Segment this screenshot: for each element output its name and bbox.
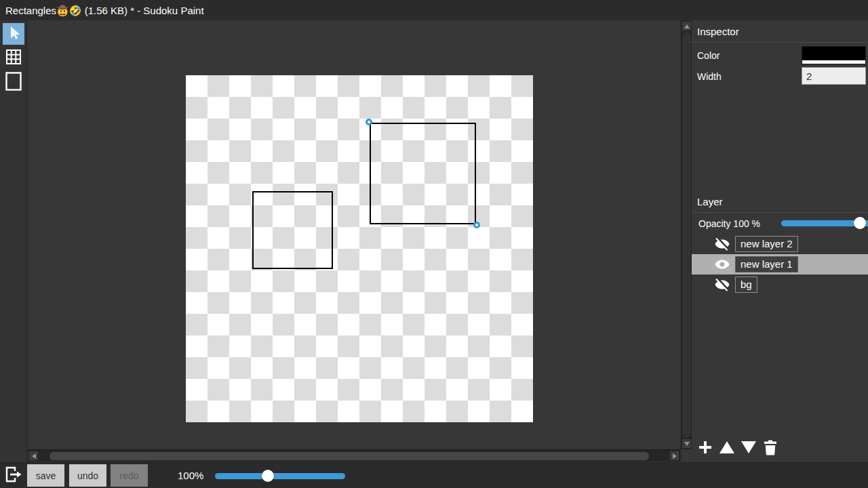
vertical-scrollbar[interactable] <box>681 20 692 449</box>
titlebar: Rectangles🤠🤣 (1.56 KB) * - Sudoku Paint <box>0 0 868 20</box>
visibility-on-icon[interactable] <box>713 256 731 272</box>
zoom-slider-knob[interactable] <box>262 470 274 482</box>
scroll-right-icon <box>673 453 677 459</box>
canvas-area <box>28 20 681 449</box>
zoom-level-label: 100% <box>178 463 203 488</box>
width-label: Width <box>697 71 722 82</box>
layer-row-new-layer-1-selected[interactable]: new layer 1 <box>692 254 868 274</box>
layer-name-box[interactable]: bg <box>735 277 757 293</box>
save-button[interactable]: save <box>27 464 64 487</box>
add-layer-button[interactable] <box>696 439 715 458</box>
color-swatch-color <box>802 47 865 60</box>
window-title: Rectangles🤠🤣 (1.56 KB) * - Sudoku Paint <box>0 0 868 21</box>
resize-handle-bottom-right[interactable] <box>473 222 480 228</box>
move-layer-down-button[interactable] <box>739 439 758 458</box>
vertical-scrollbar-thumb[interactable] <box>683 33 690 437</box>
grid-tool-button[interactable] <box>3 47 24 69</box>
move-layer-down-icon <box>740 439 757 459</box>
visibility-off-icon[interactable] <box>713 236 731 252</box>
right-panel: Inspector Color Width Layer Opacity 100 … <box>692 20 868 462</box>
cursor-icon <box>5 24 22 43</box>
grid-icon <box>5 48 22 68</box>
add-layer-icon <box>696 439 714 459</box>
scroll-right-button[interactable] <box>670 451 679 460</box>
delete-layer-icon <box>762 439 779 459</box>
scroll-down-button[interactable] <box>682 439 691 448</box>
drawing-canvas[interactable] <box>186 75 533 422</box>
select-tool-button[interactable] <box>3 23 24 45</box>
left-toolbar <box>0 20 27 462</box>
redo-button-disabled[interactable]: redo <box>111 464 148 487</box>
rectangle-tool-button[interactable] <box>3 72 24 94</box>
scroll-up-icon <box>684 24 690 28</box>
export-button[interactable] <box>3 465 24 487</box>
export-icon <box>3 464 24 487</box>
zoom-slider[interactable] <box>215 473 345 479</box>
app-window: Rectangles🤠🤣 (1.56 KB) * - Sudoku Paint <box>0 0 868 488</box>
horizontal-scrollbar-thumb[interactable] <box>50 452 649 460</box>
width-input[interactable] <box>802 67 866 85</box>
color-swatch-alpha-strip <box>802 60 865 64</box>
delete-layer-button[interactable] <box>761 439 780 458</box>
layer-name-box[interactable]: new layer 2 <box>735 236 798 252</box>
opacity-slider-knob[interactable] <box>854 217 866 229</box>
layer-row-bg[interactable]: bg <box>692 274 868 295</box>
undo-button[interactable]: undo <box>69 464 106 487</box>
scroll-down-icon <box>684 442 690 446</box>
layer-name-box[interactable]: new layer 1 <box>735 256 798 272</box>
scroll-left-icon <box>32 453 36 459</box>
layer-panel-title: Layer <box>692 190 868 213</box>
resize-handle-top-left[interactable] <box>366 119 372 125</box>
scroll-left-button[interactable] <box>29 451 38 460</box>
rectangle-icon <box>5 71 22 94</box>
rectangle-shape-2-selected[interactable] <box>370 123 476 224</box>
inspector-title: Inspector <box>692 20 868 43</box>
move-layer-up-button[interactable] <box>717 439 736 458</box>
layer-row-new-layer-2[interactable]: new layer 2 <box>692 234 868 254</box>
move-layer-up-icon <box>718 439 736 459</box>
color-label: Color <box>697 50 719 61</box>
layer-actions <box>692 436 868 462</box>
bottom-toolbar: save undo redo 100% <box>0 462 868 488</box>
horizontal-scrollbar[interactable] <box>28 449 681 462</box>
visibility-off-icon[interactable] <box>713 277 731 293</box>
color-swatch[interactable] <box>802 46 866 64</box>
scroll-up-button[interactable] <box>682 22 691 30</box>
rectangle-shape-1[interactable] <box>252 191 333 269</box>
opacity-label: Opacity 100 % <box>698 218 760 229</box>
